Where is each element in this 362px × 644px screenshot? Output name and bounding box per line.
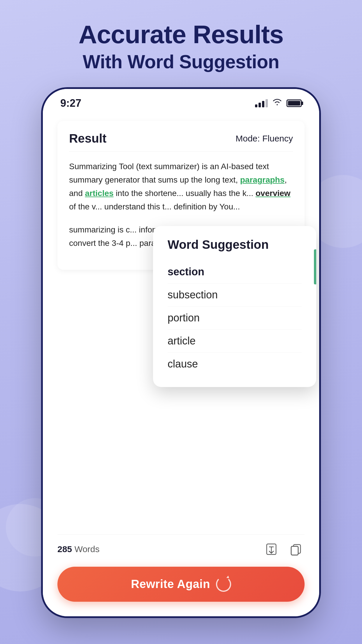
popup-title: Word Suggestion: [168, 238, 302, 252]
battery-fill: [288, 101, 300, 106]
subheadline: With Word Suggestion: [0, 51, 362, 73]
word-suggestion-popup: Word Suggestion section subsection porti…: [153, 226, 316, 387]
phone-mockup: 9:27: [41, 87, 321, 618]
bottom-area: 285 Words: [43, 526, 319, 616]
word-count: 285 Words: [57, 544, 100, 554]
result-header: Result Mode: Fluency: [69, 132, 293, 152]
result-paragraph-1: Summarizing Tool (text summarizer) is an…: [69, 160, 293, 214]
suggestion-item-portion[interactable]: portion: [168, 307, 302, 330]
scroll-indicator: [314, 249, 316, 284]
signal-bar-4: [266, 99, 268, 107]
header-area: Accurate Results With Word Suggestion: [0, 0, 362, 87]
suggestion-item-subsection[interactable]: subsection: [168, 284, 302, 307]
suggestion-item-section[interactable]: section: [168, 260, 302, 284]
copy-icon[interactable]: [287, 540, 305, 558]
status-bar: 9:27: [43, 89, 319, 115]
suggestion-item-clause[interactable]: clause: [168, 353, 302, 375]
highlight-paragraphs: paragraphs: [240, 175, 285, 184]
signal-bar-3: [262, 101, 264, 107]
status-time: 9:27: [60, 97, 81, 109]
highlight-overview: overview: [256, 189, 291, 198]
rewrite-icon: [216, 577, 231, 592]
action-icons: [263, 540, 305, 558]
mode-label: Mode: Fluency: [236, 134, 293, 144]
result-title: Result: [69, 132, 106, 146]
status-icons: [255, 98, 302, 108]
rewrite-button-text: Rewrite Again: [131, 578, 210, 591]
signal-icon: [255, 99, 268, 107]
rewrite-again-button[interactable]: Rewrite Again: [57, 567, 305, 602]
mode-value: Fluency: [262, 134, 293, 143]
phone-container: 9:27: [0, 87, 362, 618]
word-count-bar: 285 Words: [57, 534, 305, 567]
mode-prefix: Mode:: [236, 134, 260, 143]
signal-bar-2: [259, 103, 261, 107]
word-count-label: Words: [74, 544, 99, 554]
highlight-articles: articles: [85, 189, 114, 198]
battery-icon: [287, 99, 302, 107]
headline: Accurate Results: [0, 20, 362, 49]
signal-bar-1: [255, 104, 257, 107]
save-icon[interactable]: [263, 540, 280, 558]
word-count-number: 285: [57, 544, 72, 554]
suggestion-item-article[interactable]: article: [168, 330, 302, 353]
wifi-icon: [273, 98, 282, 108]
svg-rect-4: [291, 546, 298, 555]
